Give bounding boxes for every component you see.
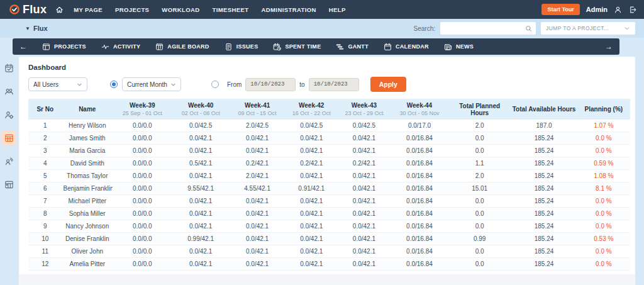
subheader-right: Search: JUMP TO A PROJECT... bbox=[414, 22, 635, 35]
col-header-daterange: 23 Oct - 29 Oct bbox=[339, 110, 389, 116]
scroll-right-arrow[interactable]: → bbox=[605, 43, 613, 50]
start-tour-button[interactable]: Start Tour bbox=[541, 4, 579, 15]
cell-total-available: 185.24 bbox=[511, 195, 577, 208]
project-switcher[interactable]: ▼ Flux bbox=[25, 25, 48, 32]
col-header-daterange: 09 Oct - 15 Oct bbox=[231, 110, 284, 116]
cell-week-39: 0.0/0.0 bbox=[113, 157, 172, 170]
col-header-label: Week-41 bbox=[231, 102, 284, 109]
cell-total-planned: 15.01 bbox=[448, 182, 511, 195]
cell-week-40: 0.0/42.1 bbox=[172, 208, 230, 220]
tab-issues[interactable]: ISSUES bbox=[225, 43, 258, 51]
cell-week-39: 0.0/0.0 bbox=[113, 182, 172, 195]
cell-week-41: 0.0/42.1 bbox=[230, 208, 286, 220]
cell-total-planned: 0.0 bbox=[448, 245, 511, 258]
cell-total-planned: 0.0 bbox=[448, 132, 511, 145]
logout-icon[interactable] bbox=[628, 6, 636, 14]
cell-name: Thomas Taylor bbox=[62, 170, 113, 182]
scroll-left-arrow[interactable]: ← bbox=[19, 43, 27, 50]
tab-news[interactable]: NEWS bbox=[444, 43, 474, 51]
cell-week-43: 0.0/42.1 bbox=[338, 170, 391, 182]
nav-item-help[interactable]: HELP bbox=[329, 6, 346, 13]
cell-total-available: 185.24 bbox=[511, 245, 577, 258]
nav-item-my-page[interactable]: MY PAGE bbox=[74, 6, 103, 13]
cell-name: Michael Pitter bbox=[62, 195, 113, 208]
nav-item-timesheet[interactable]: TIMESHEET bbox=[213, 6, 249, 13]
sidebar-item-modules-grid[interactable] bbox=[1, 177, 16, 192]
tab-label: ISSUES bbox=[236, 43, 258, 50]
date-range-radio[interactable] bbox=[211, 81, 219, 88]
cell-week-41: 0.0/42.1 bbox=[230, 220, 286, 233]
logo-text: Flux bbox=[23, 3, 47, 16]
user-signal-icon bbox=[4, 157, 14, 166]
agile-board-icon bbox=[155, 43, 164, 51]
sidebar-item-user-group[interactable] bbox=[1, 84, 16, 99]
period-select[interactable]: Current Month bbox=[122, 77, 181, 91]
tab-activity[interactable]: ACTIVITY bbox=[101, 43, 140, 51]
home-icon[interactable] bbox=[55, 6, 64, 14]
cell-sr-no: 4 bbox=[28, 157, 62, 170]
cell-week-41: 0.0/42.1 bbox=[230, 258, 286, 271]
cell-planning-pct: 0.0 % bbox=[577, 258, 630, 271]
sidebar-item-user-gear[interactable] bbox=[1, 107, 16, 122]
cell-total-available: 185.24 bbox=[511, 145, 577, 157]
calendar-icon bbox=[384, 43, 392, 51]
cell-week-42: 0.0/42.1 bbox=[286, 132, 338, 145]
sidebar-item-user-signal[interactable] bbox=[1, 154, 16, 169]
jump-to-project-select[interactable]: JUMP TO A PROJECT... bbox=[541, 22, 635, 35]
cell-week-41: 2.0/42.5 bbox=[230, 120, 286, 132]
table-row: 8Sophia Miller0.0/0.00.0/42.10.0/42.10.0… bbox=[28, 208, 630, 220]
col-header-label: Planning (%) bbox=[579, 106, 629, 113]
tab-projects[interactable]: PROJECTS bbox=[42, 43, 86, 51]
tab-calendar[interactable]: CALENDAR bbox=[384, 43, 429, 51]
tab-list: PROJECTSACTIVITYAGILE BOARDISSUESSPENT T… bbox=[42, 43, 474, 51]
admin-user-label[interactable]: Admin bbox=[586, 6, 608, 13]
nav-item-workload[interactable]: WORKLOAD bbox=[162, 6, 199, 13]
from-date-input[interactable] bbox=[245, 78, 296, 91]
sidebar-item-calendar-check[interactable] bbox=[1, 60, 16, 75]
tab-label: ACTIVITY bbox=[113, 43, 140, 50]
cell-week-42: 0.0/42.1 bbox=[286, 170, 338, 182]
top-navbar: Flux MY PAGEPROJECTSWORKLOADTIMESHEETADM… bbox=[0, 0, 644, 19]
table-row: 6Benjamin Franklin0.0/0.09.55/42.14.55/4… bbox=[28, 182, 630, 195]
planning-table-icon bbox=[4, 133, 14, 143]
tab-spent-time[interactable]: SPENT TIME bbox=[273, 43, 321, 51]
cell-total-available: 185.24 bbox=[511, 182, 577, 195]
to-date-input[interactable] bbox=[309, 78, 359, 91]
nav-item-projects[interactable]: PROJECTS bbox=[115, 6, 149, 13]
cell-sr-no: 10 bbox=[28, 233, 62, 245]
cell-sr-no: 8 bbox=[28, 208, 62, 220]
cell-week-42: 0.0/42.1 bbox=[286, 220, 338, 233]
apply-button[interactable]: Apply bbox=[370, 77, 406, 92]
nav-item-administration[interactable]: ADMINISTRATION bbox=[262, 6, 316, 13]
cell-week-39: 0.0/0.0 bbox=[113, 195, 172, 208]
cell-sr-no: 6 bbox=[28, 182, 62, 195]
cell-name: James Smith bbox=[62, 132, 113, 145]
cell-total-available: 185.24 bbox=[511, 220, 577, 233]
table-header-row: Sr NoNameWeek-3925 Sep - 01 OctWeek-4002… bbox=[28, 99, 630, 120]
cell-week-42: 0.0/42.1 bbox=[286, 258, 338, 271]
tab-agile-board[interactable]: AGILE BOARD bbox=[155, 43, 209, 51]
cell-week-40: 0.0/42.1 bbox=[172, 170, 230, 182]
cell-week-44: 0.0/16.84 bbox=[391, 220, 448, 233]
flux-logo[interactable]: Flux bbox=[9, 3, 47, 16]
cell-week-40: 0.0/42.1 bbox=[172, 132, 230, 145]
user-icon[interactable] bbox=[614, 6, 622, 14]
user-filter-select[interactable]: All Users bbox=[28, 77, 87, 91]
activity-icon bbox=[101, 43, 109, 51]
current-month-radio[interactable] bbox=[110, 81, 118, 88]
jump-select-placeholder: JUMP TO A PROJECT... bbox=[546, 25, 609, 31]
cell-week-43: 0.0/42.1 bbox=[338, 195, 391, 208]
search-icon[interactable] bbox=[525, 25, 532, 32]
spent-time-icon bbox=[273, 43, 281, 51]
navbar-right: Start Tour Admin bbox=[541, 4, 636, 15]
search-input[interactable] bbox=[444, 25, 525, 32]
cell-planning-pct: 1.07 % bbox=[577, 120, 630, 132]
cell-week-43: 0.0/42.1 bbox=[338, 208, 391, 220]
tab-gantt[interactable]: GANTT bbox=[336, 43, 369, 51]
cell-week-40: 0.0/42.1 bbox=[172, 258, 230, 271]
col-header-daterange: 25 Sep - 01 Oct bbox=[114, 110, 171, 116]
sidebar-item-planning-table[interactable] bbox=[1, 130, 16, 145]
cell-total-planned: 0.0 bbox=[448, 195, 511, 208]
cell-planning-pct: 0.0 % bbox=[577, 220, 630, 233]
cell-total-available: 185.24 bbox=[511, 157, 577, 170]
